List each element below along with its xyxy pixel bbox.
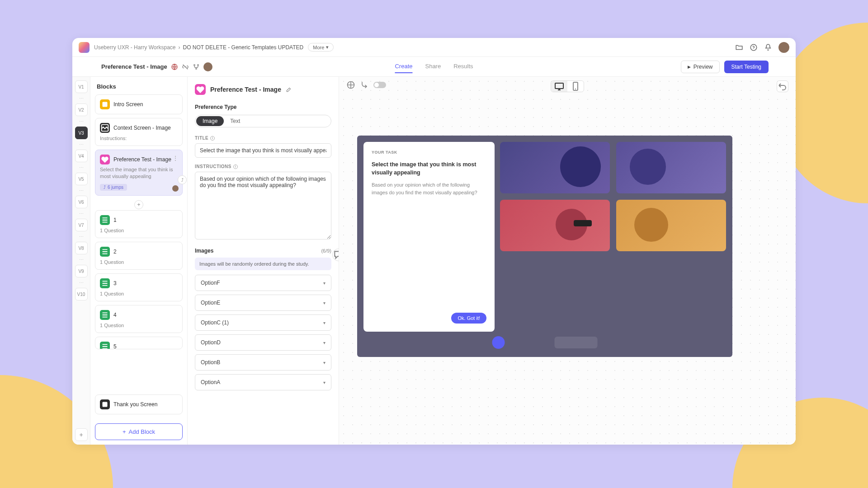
info-icon[interactable]: i [210,136,215,141]
option-f[interactable]: OptionF▾ [195,275,331,291]
play-icon: ▶ [688,65,691,69]
instructions-field-label: INSTRUCTIONS i [195,164,331,169]
branch-icon[interactable] [193,63,200,70]
preview-button[interactable]: ▶ Preview [681,61,720,73]
pref-image-option[interactable]: Image [196,116,224,126]
add-block-button[interactable]: + Add Block [95,423,183,440]
undo-button[interactable] [777,80,788,92]
block-branch-indicator[interactable]: ⤴ [178,175,187,184]
block-question-5[interactable]: 5 [95,337,183,349]
block-intro[interactable]: Intro Screen [95,94,183,114]
option-a[interactable]: OptionA▾ [195,374,331,390]
list-icon [100,310,110,320]
version-rail: V1 ⋯ V2 ⋯ V3 ⋯ V4 ⋯ V5 ⋯ V6 ⋯ V7 ⋯ V8 ⋯ … [72,77,90,445]
jumps-badge[interactable]: ⤴ 6 jumps [100,184,127,191]
option-e[interactable]: OptionE▾ [195,295,331,311]
block-thank-you[interactable]: Thank you Screen [95,394,183,414]
version-v9[interactable]: V9 [75,265,88,277]
version-v5[interactable]: V5 [75,173,88,185]
block-context[interactable]: Context Screen - Image Instructions: [95,118,183,146]
image-option-3[interactable] [500,200,610,251]
folder-icon[interactable] [735,43,743,52]
translate-icon[interactable] [346,80,355,89]
image-option-1[interactable] [500,142,610,193]
task-text: Based on your opinion which of the follo… [372,181,486,196]
svg-rect-9 [555,83,563,89]
preview-footer [492,336,598,349]
chevron-down-icon: ▾ [323,281,326,286]
edit-icon[interactable] [286,86,292,93]
branch-icon[interactable] [360,80,369,89]
option-b[interactable]: OptionB▾ [195,354,331,371]
version-v3[interactable]: V3 [75,127,88,139]
branch-icon: ⤴ [104,185,106,190]
version-v2[interactable]: V2 [75,103,88,116]
canvas[interactable]: YOUR TASK Select the image that you thin… [339,77,796,445]
subbar: Preference Test - Image Create Share Res… [72,57,796,77]
chevron-down-icon: ▾ [323,300,326,305]
plus-icon: + [123,428,126,435]
instructions-textarea[interactable] [195,172,331,239]
footer-dot[interactable] [492,336,505,349]
image-option-2[interactable] [616,142,726,193]
images-count: (6/9) [321,248,331,253]
version-v6[interactable]: V6 [75,196,88,208]
block-question-1[interactable]: 1 1 Question [95,210,183,238]
tab-results[interactable]: Results [453,60,473,73]
heart-icon [100,155,110,164]
more-button[interactable]: More ▾ [308,43,334,52]
thank-icon [100,399,110,409]
notification-icon[interactable] [764,43,772,52]
option-c[interactable]: OptionC (1)▾ [195,314,331,331]
list-icon [100,342,110,349]
preference-type-toggle: Image Text [195,115,331,127]
list-icon [100,215,110,225]
title-field-label: TITLE i [195,136,331,141]
version-v10[interactable]: V10 [75,288,88,300]
option-d[interactable]: OptionD▾ [195,334,331,351]
images-note: Images will be randomly ordered during t… [195,258,331,270]
tab-create[interactable]: Create [395,60,412,73]
version-v8[interactable]: V8 [75,242,88,254]
tab-share[interactable]: Share [425,60,441,73]
comment-button[interactable] [332,249,339,261]
add-version-button[interactable]: + [75,428,88,441]
toggle-switch[interactable] [373,82,386,88]
image-option-4[interactable] [616,200,726,251]
globe-icon[interactable] [171,63,178,70]
breadcrumb-workspace[interactable]: Useberry UXR - Harry Workspace [94,44,175,51]
block-question-2[interactable]: 2 1 Question [95,242,183,270]
block-question-3[interactable]: 3 1 Question [95,273,183,301]
breadcrumb-project[interactable]: DO NOT DELETE - Generic Templates UPDATE… [183,44,303,51]
link-off-icon[interactable] [182,63,189,70]
svg-rect-7 [103,402,108,407]
add-between-button[interactable]: + [134,200,143,209]
avatar[interactable] [778,42,789,53]
image-grid [500,142,726,251]
chevron-down-icon: ▾ [323,320,326,325]
block-preference-test[interactable]: ⋮ Preference Test - Image Select the ima… [95,150,183,196]
device-toggle [551,80,584,92]
version-v7[interactable]: V7 [75,219,88,231]
start-testing-button[interactable]: Start Testing [724,61,769,73]
svg-rect-5 [103,102,108,107]
desktop-device-button[interactable] [551,81,567,92]
editor-panel: Preference Test - Image Preference Type … [188,77,339,445]
chevron-down-icon: ▾ [326,44,329,50]
collaborator-avatar[interactable] [203,62,212,71]
pref-text-option[interactable]: Text [224,116,246,126]
logo[interactable] [79,42,90,53]
title-input[interactable] [195,143,331,158]
ok-got-it-button[interactable]: Ok. Got it! [451,313,486,324]
intro-icon [100,99,110,109]
mobile-device-button[interactable] [567,81,584,92]
version-v4[interactable]: V4 [75,150,88,162]
info-icon[interactable]: i [233,164,238,169]
block-question-4[interactable]: 4 1 Question [95,305,183,333]
help-icon[interactable] [750,43,758,52]
block-more-icon[interactable]: ⋮ [172,155,179,162]
breadcrumb: Useberry UXR - Harry Workspace › DO NOT … [94,44,303,51]
footer-pill[interactable] [555,337,598,348]
version-v1[interactable]: V1 [75,80,88,93]
svg-point-3 [197,64,198,66]
